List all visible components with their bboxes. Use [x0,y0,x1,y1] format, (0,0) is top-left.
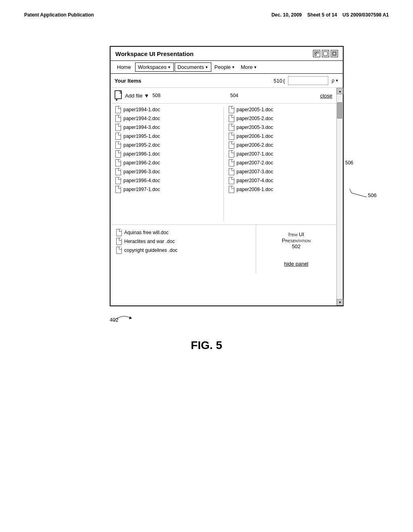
file-icon [229,141,234,149]
add-file-button[interactable]: Add file ▼ 508 [115,90,161,101]
file-icon [229,168,234,175]
doc-item-1995-1[interactable]: paper1995-1.doc [114,132,220,141]
svg-line-10 [352,193,367,197]
workspaces-arrow: ▼ [167,65,171,69]
doc-item-1996-3[interactable]: paper1996-3.doc [114,167,220,176]
file-icon [115,106,121,113]
empty-space [111,273,336,305]
doc-name: paper2005-3.doc [237,125,273,130]
doc-name: paper1994-1.doc [123,107,160,112]
file-icon [229,124,234,131]
file-icon [115,168,121,175]
nav-people[interactable]: People ▼ [212,63,238,71]
doc-item-1997-1[interactable]: paper1997-1.doc [114,185,220,194]
title-bar-icons [313,50,338,57]
nav-workspaces[interactable]: Workspaces ▼ [135,62,174,72]
file-icon [229,150,234,158]
scroll-thumb[interactable] [337,102,342,118]
win-icon-3[interactable] [331,50,338,57]
annotation-506: 506 [345,160,353,166]
win-icon-1[interactable] [313,50,320,57]
doc-item-1994-1[interactable]: paper1994-1.doc [114,105,220,114]
toolbar-row: Add file ▼ 508 504 close [111,88,336,104]
doc-name: paper2006-1.doc [237,133,273,139]
add-file-icon [115,90,123,101]
doc-name: paper1997-1.doc [123,187,160,192]
doc-column-left: paper1994-1.doc paper1994-2.doc paper199… [111,105,223,223]
doc-name: paper2007-1.doc [237,151,273,157]
doc-item-1994-2[interactable]: paper1994-2.doc [114,114,220,123]
doc-item-2008-1[interactable]: paper2008-1.doc [227,185,334,194]
svg-marker-12 [129,316,132,319]
items-count-label: 510 { [273,78,285,84]
svg-text:506: 506 [368,192,377,198]
workspace-title: Workspace UI Presentation [115,50,194,57]
file-icon [116,238,122,245]
file-icon [115,159,121,166]
doc-item-2007-2[interactable]: paper2007-2.doc 506 [227,158,334,167]
bottom-left-docs: Aquinas free will.doc Heraclites and war… [111,225,256,273]
doc-item-1995-2[interactable]: paper1995-2.doc [114,141,220,150]
doc-name: paper2007-3.doc [237,169,273,175]
scrollbar[interactable]: ▲ ▼ [336,88,343,305]
doc-item-2006-1[interactable]: paper2006-1.doc [227,132,334,141]
file-icon [229,115,234,122]
doc-name: paper1996-1.doc [123,151,160,157]
more-arrow: ▼ [254,65,257,69]
people-arrow: ▼ [232,65,235,69]
doc-name: paper1995-1.doc [123,133,160,139]
doc-item-2005-1[interactable]: paper2005-1.doc [227,105,334,114]
annotation-402-area: 402 [86,310,344,331]
file-icon [115,124,121,131]
scroll-up-button[interactable]: ▲ [337,88,343,94]
doc-name: paper1996-4.doc [123,178,160,183]
fig-label: FIG. 5 [191,339,222,352]
doc-item-1996-2[interactable]: paper1996-2.doc [114,158,220,167]
doc-name: paper2006-2.doc [237,142,273,148]
workspace-box: Workspace UI Presentation [110,46,344,306]
doc-item-2006-2[interactable]: paper2006-2.doc [227,141,334,150]
doc-item-2005-3[interactable]: paper2005-3.doc [227,123,334,132]
file-icon [229,177,234,184]
file-icon [115,141,121,149]
nav-more[interactable]: More ▼ [238,63,260,71]
doc-item-copyright[interactable]: copyright guidelines .doc [115,246,252,255]
search-button[interactable]: ρ ▼ [332,78,339,83]
nav-documents[interactable]: Documents ▼ [175,62,211,72]
doc-item-2007-3[interactable]: paper2007-3.doc [227,167,334,176]
annotation-402-svg: 402 [86,310,166,330]
win-icon-2[interactable] [322,50,329,57]
doc-name: paper1995-2.doc [123,142,160,148]
patent-left-header: Patent Application Publication [24,12,94,18]
file-icon [115,115,121,122]
bottom-panel: Aquinas free will.doc Heraclites and war… [111,224,336,273]
close-button[interactable]: close [320,93,332,99]
nav-bar: Home Workspaces ▼ Documents ▼ People ▼ [111,61,343,74]
nav-home[interactable]: Home [114,63,134,71]
file-icon [115,150,121,158]
search-input[interactable] [288,76,328,85]
file-icon [115,177,121,184]
scroll-down-button[interactable]: ▼ [337,299,343,305]
svg-rect-5 [333,52,336,55]
doc-name: paper1996-3.doc [123,169,160,175]
file-icon [229,133,234,140]
doc-item-1996-4[interactable]: paper1996-4.doc [114,176,220,185]
doc-item-2007-1[interactable]: paper2007-1.doc [227,150,334,158]
hide-panel-button[interactable]: hide panel [284,261,309,267]
doc-item-2005-2[interactable]: paper2005-2.doc [227,114,334,123]
patent-date: Dec. 10, 2009 Sheet 5 of 14 US 2009/0307… [271,12,389,18]
doc-item-1994-3[interactable]: paper1994-3.doc [114,123,220,132]
doc-name: paper2005-2.doc [237,116,273,121]
file-icon [116,247,122,254]
scroll-track[interactable] [337,94,343,200]
your-items-label: Your Items [115,78,141,84]
doc-item-heraclites[interactable]: Heraclites and war .doc [115,237,252,246]
doc-list-area: paper1994-1.doc paper1994-2.doc paper199… [111,104,336,224]
doc-item-2007-4[interactable]: paper2007-4.doc [227,176,334,185]
annotation-508: 508 [152,93,161,98]
doc-item-1996-1[interactable]: paper1996-1.doc [114,150,220,158]
doc-item-aquinas[interactable]: Aquinas free will.doc [115,228,252,237]
file-icon [116,229,122,236]
doc-name: Aquinas free will.doc [124,230,169,235]
